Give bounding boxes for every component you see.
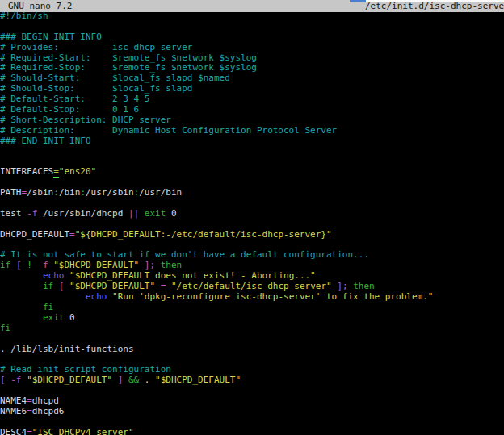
code-segment: [166, 281, 171, 291]
code-segment: /usr/sbin/dhcpd: [37, 208, 128, 219]
code-segment: [10, 260, 16, 270]
code-line: [0, 386, 504, 396]
code-segment: fi: [43, 302, 53, 312]
code-segment: /sbin: [27, 187, 53, 198]
code-segment: echo: [43, 270, 65, 281]
app-version-label: GNU nano 7.2: [8, 1, 72, 12]
code-segment: -f: [27, 208, 37, 219]
code-segment: # Required-Start: $remote_fs $network $s…: [0, 52, 257, 63]
code-segment: dhcpd: [32, 395, 59, 406]
code-segment: =: [27, 406, 32, 416]
code-segment: /usr/sbin: [86, 187, 134, 198]
code-line: test -f /usr/sbin/dhcpd || exit 0: [0, 209, 504, 220]
code-segment: # Read init script configuration: [0, 364, 171, 374]
code-line: [ -f "$DHCPD_DEFAULT" ] && . "$DHCPD_DEF…: [0, 375, 504, 386]
code-segment: "ens20": [59, 166, 96, 177]
code-line: DESC4="ISC DHCPv4 server": [0, 428, 504, 435]
code-segment: "ISC DHCPv4 server": [32, 427, 134, 435]
code-segment: test: [0, 208, 27, 219]
code-segment: /bin: [59, 187, 81, 198]
code-segment: ### END INIT INFO: [0, 136, 91, 146]
code-segment: =: [69, 229, 75, 240]
code-segment: then: [353, 281, 375, 291]
code-segment: # Provides: isc-dhcp-server: [0, 42, 192, 52]
code-segment: dhcpd6: [32, 406, 65, 416]
editor-text[interactable]: #!/bin/sh### BEGIN INIT INFO# Provides: …: [0, 11, 504, 435]
code-segment: -f: [10, 374, 21, 385]
code-segment: [: [16, 260, 22, 270]
code-segment: then: [161, 260, 183, 270]
code-segment: :: [80, 187, 86, 198]
code-segment: "/etc/default/isc-dhcp-server": [171, 281, 332, 291]
code-segment: !: [27, 260, 32, 270]
code-line: exit 0: [0, 313, 504, 324]
code-segment: # Short-Description: DHCP server: [0, 115, 171, 125]
text-cursor: =: [53, 166, 59, 178]
code-segment: exit: [145, 208, 166, 219]
code-line: [0, 147, 504, 157]
top-edge-accent-strip: [350, 0, 366, 2]
code-segment: [139, 260, 145, 270]
code-segment: [139, 208, 145, 219]
code-line: PATH=/sbin:/bin:/usr/sbin:/usr/bin: [0, 188, 504, 199]
code-segment: ]: [337, 281, 342, 291]
code-segment: [0, 302, 43, 312]
code-segment: =: [27, 395, 32, 406]
code-segment: ;: [342, 281, 348, 291]
code-segment: [: [0, 374, 6, 385]
code-segment: .: [139, 374, 155, 385]
code-segment: 0: [166, 208, 176, 219]
code-line: DHCPD_DEFAULT="${DHCPD_DEFAULT:-/etc/def…: [0, 230, 504, 241]
code-line: NAME6=dhcpd6: [0, 407, 504, 417]
code-segment: [0, 312, 43, 323]
code-segment: #!/bin/sh: [0, 11, 48, 21]
code-segment: # Default-Stop: 0 1 6: [0, 104, 139, 115]
code-segment: # Should-Start: $local_fs slapd $named: [0, 73, 230, 83]
code-segment: "${DHCPD_DEFAULT:-/etc/default/isc-dhcp-…: [75, 229, 332, 240]
code-segment: =: [27, 427, 32, 435]
code-segment: "$DHCPD_DEFAULT does not exist! - Aborti…: [69, 270, 316, 281]
code-segment: [155, 281, 161, 291]
code-segment: . /lib/lsb/init-functions: [0, 344, 134, 354]
code-line: #!/bin/sh: [0, 11, 504, 22]
code-segment: "$DHCPD_DEFAULT": [69, 281, 155, 291]
code-line: INTERFACES="ens20": [0, 167, 504, 178]
code-segment: -f: [37, 260, 48, 270]
code-line: . /lib/lsb/init-functions: [0, 345, 504, 355]
code-segment: NAME4: [0, 395, 27, 406]
code-segment: # It is not safe to start if we don't ha…: [0, 249, 369, 260]
code-line: NAME4=dhcpd: [0, 396, 504, 407]
code-segment: # Description: Dynamic Host Configuratio…: [0, 125, 337, 136]
code-segment: # Should-Stop: $local_fs slapd: [0, 83, 192, 94]
code-segment: [155, 260, 161, 270]
code-line: echo "Run 'dpkg-reconfigure isc-dhcp-ser…: [0, 292, 504, 303]
code-segment: [0, 270, 43, 281]
code-segment: [0, 291, 86, 302]
code-segment: "$DHCPD_DEFAULT": [27, 374, 112, 385]
code-line: fi: [0, 303, 504, 313]
code-segment: exit: [43, 312, 65, 323]
code-segment: echo: [86, 291, 107, 302]
top-edge-highlight-strip: [366, 0, 504, 2]
code-segment: "Run 'dpkg-reconfigure isc-dhcp-server' …: [112, 291, 433, 302]
file-path-label: /etc/init.d/isc-dhcp-serve: [365, 1, 504, 12]
code-segment: DESC4: [0, 427, 27, 435]
code-segment: [0, 281, 43, 291]
code-segment: 0: [64, 312, 74, 323]
code-segment: NAME6: [0, 406, 27, 416]
code-segment: # Required-Stop: $remote_fs $network $sy…: [0, 62, 257, 73]
code-segment: [123, 374, 128, 385]
code-segment: "$DHCPD_DEFAULT": [155, 374, 241, 385]
code-segment: DHCPD_DEFAULT: [0, 229, 69, 240]
code-segment: [53, 281, 59, 291]
code-segment: PATH: [0, 187, 22, 198]
code-segment: &&: [128, 374, 139, 385]
code-segment: "$DHCPD_DEFAULT": [53, 260, 139, 270]
code-segment: ||: [128, 208, 139, 219]
code-line: ### END INIT INFO: [0, 136, 504, 147]
code-segment: # Default-Start: 2 3 4 5: [0, 94, 149, 104]
code-segment: if: [0, 260, 10, 270]
code-segment: INTERFACES: [0, 166, 53, 177]
code-segment: :: [53, 187, 59, 198]
code-segment: fi: [0, 323, 10, 333]
